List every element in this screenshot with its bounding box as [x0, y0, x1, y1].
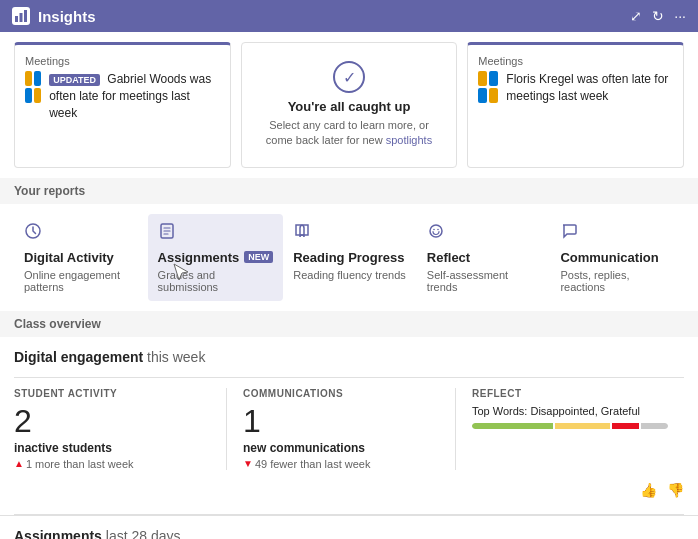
svg-rect-2 — [24, 10, 27, 22]
communication-sub: Posts, replies, reactions — [560, 269, 674, 293]
icon-cell — [478, 88, 487, 103]
svg-point-6 — [433, 228, 435, 230]
book-icon — [293, 222, 311, 244]
app-header: Insights ⤢ ↻ ··· — [0, 0, 698, 32]
expand-icon[interactable]: ⤢ — [630, 8, 642, 24]
thumbs-up-icon[interactable]: 👍 — [640, 482, 657, 498]
reflect-label: Reflect — [427, 250, 470, 265]
reflect-bar-green — [472, 423, 553, 429]
student-activity-col: STUDENT ACTIVITY 2 inactive students ▲ 1… — [14, 388, 227, 470]
card-content-gabriel: Meetings UPDATED Gabriel Woods was often… — [25, 55, 220, 121]
student-activity-change: ▲ 1 more than last week — [14, 458, 210, 470]
reflect-col: REFLECT Top Words: Disappointed, Gratefu… — [472, 388, 684, 470]
up-arrow-icon: ▲ — [14, 458, 24, 469]
digital-engagement-section: Digital engagement this week STUDENT ACT… — [0, 337, 698, 514]
digital-activity-sub: Online engagement patterns — [24, 269, 138, 293]
clock-icon — [24, 222, 42, 244]
check-circle-icon: ✓ — [333, 61, 365, 93]
spotlights-link[interactable]: spotlights — [386, 134, 432, 146]
icon-cell — [25, 88, 32, 103]
student-activity-desc: inactive students — [14, 441, 210, 455]
svg-rect-1 — [20, 13, 23, 22]
communications-col: COMMUNICATIONS 1 new communications ▼ 49… — [243, 388, 456, 470]
digital-engagement-footer: 👍 👎 — [14, 478, 684, 502]
header-title: Insights — [38, 8, 96, 25]
report-reflect[interactable]: Reflect Self-assessment trends — [417, 214, 551, 301]
spotlights-section: Meetings UPDATED Gabriel Woods was often… — [0, 32, 698, 178]
spotlight-card-floris[interactable]: Meetings Floris Kregel was often late fo… — [467, 42, 684, 168]
communications-number: 1 — [243, 405, 439, 437]
caught-up-title: You're all caught up — [288, 99, 411, 114]
spotlight-card-gabriel[interactable]: Meetings UPDATED Gabriel Woods was often… — [14, 42, 231, 168]
report-communication[interactable]: Communication Posts, replies, reactions — [550, 214, 684, 301]
communications-label: COMMUNICATIONS — [243, 388, 439, 399]
svg-rect-0 — [15, 16, 18, 22]
communications-change: ▼ 49 fewer than last week — [243, 458, 439, 470]
student-activity-label: STUDENT ACTIVITY — [14, 388, 210, 399]
spotlight-label-1: Meetings — [25, 55, 220, 67]
assignments-section: Assignments last 28 days STATUS 5 missed… — [0, 515, 698, 539]
reflect-bar-yellow — [555, 423, 609, 429]
your-reports-header: Your reports — [0, 178, 698, 204]
assignments-label: Assignments NEW — [158, 250, 274, 265]
student-activity-number: 2 — [14, 405, 210, 437]
more-icon[interactable]: ··· — [674, 8, 686, 24]
spotlight-card-caught-up: ✓ You're all caught up Select any card t… — [241, 42, 458, 168]
icon-cell — [25, 71, 32, 86]
thumbs-down-icon[interactable]: 👎 — [667, 482, 684, 498]
reflect-bar-gray — [641, 423, 668, 429]
refresh-icon[interactable]: ↻ — [652, 8, 664, 24]
icon-cell — [489, 88, 498, 103]
reflect-section-label: REFLECT — [472, 388, 668, 399]
icon-cell — [34, 88, 41, 103]
svg-point-7 — [437, 228, 439, 230]
communication-label: Communication — [560, 250, 658, 265]
spotlight-text-gabriel: UPDATED Gabriel Woods was often late for… — [49, 71, 220, 121]
updated-badge: UPDATED — [49, 74, 100, 86]
reflect-sub: Self-assessment trends — [427, 269, 541, 293]
communications-desc: new communications — [243, 441, 439, 455]
spotlight-text-floris: Floris Kregel was often late for meeting… — [506, 71, 673, 105]
header-left: Insights — [12, 7, 96, 25]
digital-engagement-title: Digital engagement this week — [14, 349, 684, 365]
report-reading-progress[interactable]: Reading Progress Reading fluency trends — [283, 214, 417, 301]
icon-cell — [34, 71, 41, 86]
class-overview-header: Class overview — [0, 311, 698, 337]
new-badge: NEW — [244, 251, 273, 263]
insights-app-icon — [12, 7, 30, 25]
caught-up-sub: Select any card to learn more, or come b… — [256, 118, 443, 149]
reflect-top-words: Top Words: Disappointed, Grateful — [472, 405, 668, 417]
assignments-title: Assignments last 28 days — [14, 528, 684, 539]
reflect-bar — [472, 423, 668, 429]
meeting-icon-1 — [25, 71, 41, 103]
report-digital-activity[interactable]: Digital Activity Online engagement patte… — [14, 214, 148, 301]
down-arrow-icon: ▼ — [243, 458, 253, 469]
communication-icon — [560, 222, 578, 244]
main-content: Meetings UPDATED Gabriel Woods was often… — [0, 32, 698, 539]
spotlight-label-3: Meetings — [478, 55, 673, 67]
reading-progress-sub: Reading fluency trends — [293, 269, 406, 281]
digital-metrics-row: STUDENT ACTIVITY 2 inactive students ▲ 1… — [14, 377, 684, 470]
card-content-floris: Meetings Floris Kregel was often late fo… — [478, 55, 673, 105]
assignments-icon — [158, 222, 176, 244]
spotlights-cards: Meetings UPDATED Gabriel Woods was often… — [14, 42, 684, 168]
reflect-bar-red — [612, 423, 639, 429]
header-icons: ⤢ ↻ ··· — [630, 8, 686, 24]
svg-point-5 — [430, 225, 442, 237]
caught-up-content: ✓ You're all caught up Select any card t… — [252, 53, 447, 157]
digital-activity-label: Digital Activity — [24, 250, 114, 265]
icon-cell — [489, 71, 498, 86]
reflect-icon — [427, 222, 445, 244]
assignments-sub: Grades and submissions — [158, 269, 274, 293]
reports-section: Digital Activity Online engagement patte… — [0, 204, 698, 311]
reading-progress-label: Reading Progress — [293, 250, 404, 265]
icon-cell — [478, 71, 487, 86]
report-assignments[interactable]: Assignments NEW Grades and submissions — [148, 214, 284, 301]
meeting-icon-3 — [478, 71, 498, 103]
